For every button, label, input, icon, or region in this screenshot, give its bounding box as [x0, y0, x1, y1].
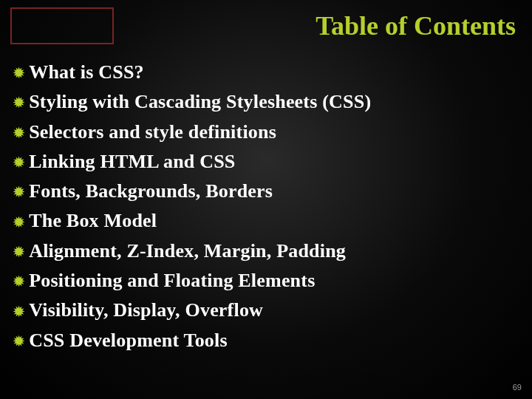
- list-item: ✹CSS Development Tools: [13, 326, 519, 355]
- list-item: ✹Alignment, Z-Index, Margin, Padding: [13, 236, 519, 266]
- list-item-label: Positioning and Floating Elements: [29, 266, 315, 296]
- bullet-icon: ✹: [13, 96, 24, 109]
- list-item-label: What is CSS?: [29, 58, 144, 87]
- list-item-label: CSS Development Tools: [29, 326, 228, 355]
- toc-list: ✹What is CSS? ✹Styling with Cascading St…: [13, 58, 519, 355]
- bullet-icon: ✹: [13, 305, 24, 318]
- list-item: ✹Positioning and Floating Elements: [13, 266, 519, 296]
- bullet-icon: ✹: [13, 216, 24, 229]
- list-item: ✹Linking HTML and CSS: [13, 147, 519, 177]
- list-item-label: Visibility, Display, Overflow: [29, 296, 263, 325]
- list-item-label: Fonts, Backgrounds, Borders: [29, 177, 273, 206]
- list-item-label: Styling with Cascading Stylesheets (CSS): [29, 87, 371, 117]
- list-item-label: Linking HTML and CSS: [29, 147, 235, 177]
- list-item: ✹The Box Model: [13, 206, 519, 236]
- bullet-icon: ✹: [13, 185, 24, 199]
- list-item-label: The Box Model: [29, 206, 157, 236]
- bullet-icon: ✹: [13, 275, 24, 288]
- list-item-label: Selectors and style definitions: [29, 117, 276, 147]
- bullet-icon: ✹: [13, 126, 24, 140]
- list-item: ✹Selectors and style definitions: [13, 117, 519, 147]
- bullet-icon: ✹: [13, 66, 24, 80]
- list-item: ✹Styling with Cascading Stylesheets (CSS…: [13, 87, 519, 117]
- page-title: Table of Contents: [316, 10, 516, 41]
- list-item: ✹Visibility, Display, Overflow: [13, 296, 519, 325]
- bullet-icon: ✹: [13, 156, 24, 169]
- logo-placeholder: [10, 7, 114, 44]
- list-item-label: Alignment, Z-Index, Margin, Padding: [29, 236, 346, 266]
- list-item: ✹Fonts, Backgrounds, Borders: [13, 177, 519, 206]
- bullet-icon: ✹: [13, 335, 24, 348]
- page-number: 69: [513, 383, 522, 392]
- list-item: ✹What is CSS?: [13, 58, 519, 87]
- bullet-icon: ✹: [13, 245, 24, 259]
